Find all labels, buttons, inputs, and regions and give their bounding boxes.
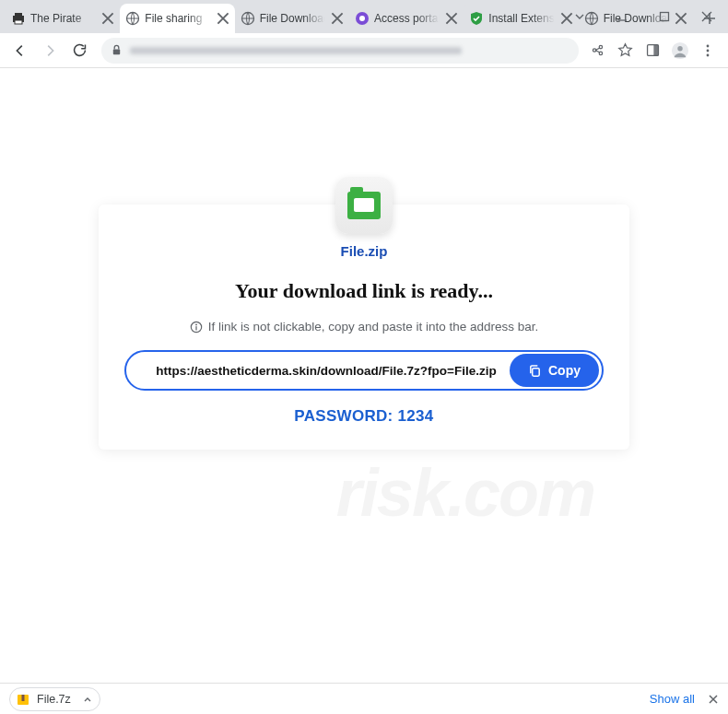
shield-check-icon bbox=[469, 11, 484, 26]
password-text: PASSWORD: 1234 bbox=[124, 407, 604, 426]
svg-rect-23 bbox=[533, 368, 540, 375]
card-heading: Your download link is ready... bbox=[124, 279, 604, 303]
svg-point-11 bbox=[599, 52, 602, 54]
tab-label: Access portal bbox=[374, 12, 440, 25]
show-all-button[interactable]: Show all bbox=[650, 692, 695, 706]
download-filename: File.7z bbox=[37, 693, 71, 706]
svg-rect-14 bbox=[653, 45, 658, 56]
tab-label: File Download bbox=[260, 12, 326, 25]
svg-rect-9 bbox=[113, 50, 120, 55]
sidepanel-button[interactable] bbox=[643, 41, 662, 60]
svg-point-12 bbox=[593, 49, 595, 52]
globe-icon bbox=[125, 11, 140, 26]
tab-piratebay[interactable]: The Pirate bbox=[6, 4, 120, 33]
share-button[interactable] bbox=[588, 41, 606, 60]
shelf-close-button[interactable] bbox=[708, 694, 719, 705]
hint-text: If link is not clickable, copy and paste… bbox=[124, 320, 604, 334]
archive-icon bbox=[16, 692, 30, 707]
globe-icon bbox=[241, 11, 255, 26]
maximize-button[interactable] bbox=[643, 0, 686, 33]
download-link[interactable]: https://aestheticderma.skin/download/Fil… bbox=[143, 364, 510, 378]
tab-label: Install Extension bbox=[488, 12, 555, 25]
svg-point-18 bbox=[707, 49, 710, 52]
back-button[interactable] bbox=[7, 38, 33, 64]
url-text bbox=[130, 47, 462, 54]
svg-point-17 bbox=[707, 44, 710, 47]
window-close-button[interactable] bbox=[686, 0, 728, 33]
close-icon[interactable] bbox=[331, 12, 344, 25]
browser-toolbar bbox=[0, 33, 728, 68]
download-item[interactable]: File.7z bbox=[9, 687, 100, 711]
address-bar[interactable] bbox=[101, 38, 579, 64]
copy-icon bbox=[528, 364, 542, 378]
copy-label: Copy bbox=[548, 363, 581, 378]
tab-label: The Pirate bbox=[30, 12, 97, 25]
close-icon[interactable] bbox=[217, 12, 229, 25]
svg-point-19 bbox=[707, 53, 710, 56]
archive-file-icon bbox=[335, 177, 393, 234]
menu-button[interactable] bbox=[699, 41, 717, 60]
chevron-up-icon[interactable] bbox=[83, 695, 92, 704]
bookmark-button[interactable] bbox=[616, 41, 634, 60]
svg-rect-1 bbox=[15, 13, 22, 16]
minimize-button[interactable] bbox=[601, 0, 643, 33]
copy-button[interactable]: Copy bbox=[510, 354, 599, 387]
close-icon[interactable] bbox=[101, 12, 114, 25]
info-icon bbox=[190, 321, 203, 334]
close-icon[interactable] bbox=[445, 12, 458, 25]
svg-point-10 bbox=[599, 45, 602, 48]
profile-button[interactable] bbox=[671, 41, 689, 60]
download-card: File.zip Your download link is ready... … bbox=[99, 205, 629, 450]
link-container: https://aestheticderma.skin/download/Fil… bbox=[124, 350, 604, 391]
shield-icon bbox=[355, 11, 370, 26]
tab-accessportal[interactable]: Access portal bbox=[349, 4, 464, 33]
tabs-dropdown-button[interactable] bbox=[558, 0, 601, 33]
tab-filedownload[interactable]: File Download bbox=[235, 4, 349, 33]
svg-rect-22 bbox=[195, 326, 196, 330]
svg-rect-2 bbox=[15, 20, 22, 24]
file-name: File.zip bbox=[124, 243, 604, 259]
lock-icon bbox=[111, 44, 123, 56]
svg-point-16 bbox=[677, 46, 682, 51]
svg-point-21 bbox=[195, 323, 197, 325]
svg-rect-8 bbox=[661, 13, 669, 21]
svg-rect-25 bbox=[22, 695, 25, 701]
svg-point-6 bbox=[359, 16, 365, 21]
tab-filesharing[interactable]: File sharing bbox=[120, 4, 234, 33]
hint-label: If link is not clickable, copy and paste… bbox=[208, 320, 539, 334]
download-shelf: File.7z Show all bbox=[0, 683, 728, 714]
forward-button[interactable] bbox=[37, 38, 63, 64]
reload-button[interactable] bbox=[66, 38, 92, 64]
tab-label: File sharing bbox=[145, 12, 211, 25]
printer-icon bbox=[11, 11, 26, 26]
page-viewport: File.zip Your download link is ready... … bbox=[0, 101, 728, 683]
